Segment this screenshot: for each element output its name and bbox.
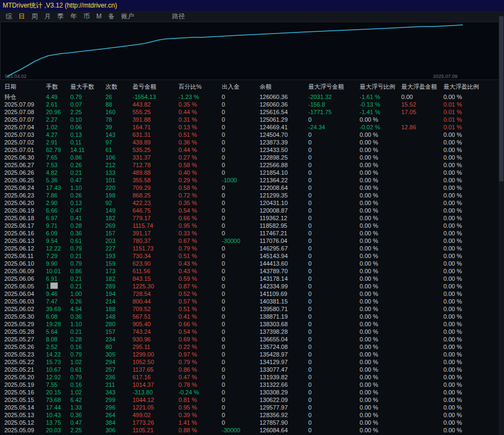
table-row[interactable]: 2025.07.041.020.0639164.710.13 %0124669.… [0,123,504,131]
cell-count: 236 [105,373,132,381]
table-row[interactable]: 2025.07.034.270.13143631.310.51 %0124504… [0,131,504,139]
table-row[interactable]: 2025.05.2314.220.793051299.000.97 %01354… [0,351,504,358]
cell-pnl: 391.17 [132,229,178,237]
table-row[interactable]: 2025.07.072.270.1078391.880.31 %0125061.… [0,116,504,123]
table-row[interactable]: 2025.05.1310.430.36264499.020.39 %012835… [0,411,504,419]
menu-item-quarterly[interactable]: 季 [57,12,64,21]
cell-max-float-profit [401,305,443,313]
cell-max-float-profit-pct: 0.00 % [443,161,495,169]
cell-max-lots: 0.06 [70,123,105,131]
table-row[interactable]: 2025.05.2012.920.79236617.160.47 %013193… [0,373,504,381]
table-row[interactable]: 2025.05.306.080.36148567.510.41 %0138871… [0,313,504,320]
menu-item-memo[interactable]: 备 [108,12,115,21]
table-row[interactable]: 2025.06.037.470.26214800.440.57 %0140381… [0,298,504,305]
table-row[interactable]: 持仓4.490.7926-1554.13-1.23 %0126060.36-20… [0,93,504,101]
table-row[interactable]: 2025.06.2417.431.10220709.290.58 %012200… [0,184,504,192]
table-row[interactable]: 2025.05.1620.151.02343-313.80-0.24 %0130… [0,388,504,396]
cell-max-float-loss: 0 [308,343,360,351]
menu-item-path[interactable]: 路径 [172,12,185,21]
cell-count: 280 [105,320,132,328]
cell-pct: 0.79 % [178,358,222,366]
cell-max-float-loss: 0 [308,260,360,267]
cell-count: 296 [105,404,132,411]
cell-date: 2025.07.07 [4,116,46,123]
table-row[interactable]: 2025.06.255.360.47101355.580.29 %-100012… [0,176,504,184]
table-row[interactable]: 2025.07.092.610.0788443.820.35 %0126060.… [0,101,504,108]
cell-date: 2025.05.22 [4,358,46,366]
cell-date: 2025.06.10 [4,260,46,267]
cell-cashflow: 0 [222,169,260,176]
table-row[interactable]: 2025.06.0910.010.86173611.560.43 %014378… [0,267,504,275]
table-row[interactable]: 2025.06.1212.220.792271151.730.79 %01462… [0,245,504,252]
cell-max-float-profit-pct: 0.00 % [443,373,495,381]
menu-item-daily[interactable]: 日 [18,12,25,21]
table-row[interactable]: 2025.06.277.530.26212712.780.58 %0122566… [0,161,504,169]
menu-item-monthly[interactable]: 月 [44,12,51,21]
cell-lots: 7.86 [46,192,70,199]
table-row[interactable]: 2025.06.307.650.86106331.370.27 %0122898… [0,154,504,161]
table-row[interactable]: 2025.06.237.860.26198868.250.72 %0121299… [0,192,504,199]
table-row[interactable]: 2025.06.196.660.47149646.750.54 %0120008… [0,207,504,214]
cell-pct: 0.86 % [178,366,222,373]
table-row[interactable]: 2025.07.0820.962.25160555.250.44 %012561… [0,108,504,116]
table-row[interactable]: 2025.06.179.710.282691115.740.95 %011858… [0,222,504,229]
cell-max-float-profit-pct: 0.00 % [443,199,495,207]
cell-max-float-profit [401,139,443,146]
column-header-balance: 余额 [260,83,308,91]
scrollbar-thumb[interactable] [499,16,503,181]
table-row[interactable]: 2025.06.049.461.00194728.540.52 %0141109… [0,290,504,298]
cell-max-float-profit [401,343,443,351]
menu-item-weekly[interactable]: 周 [31,12,38,21]
table-row[interactable]: 2025.05.278.080.28234930.960.69 %0136655… [0,335,504,343]
cell-date: 2025.06.20 [4,199,46,207]
table-row[interactable]: 2025.05.2110.670.612571137.650.86 %01330… [0,366,504,373]
menu-item-account[interactable]: 账户 [121,12,134,21]
menu-item-m[interactable]: M [96,12,102,20]
menu-item-summary[interactable]: 综 [5,12,12,21]
table-row[interactable]: 2025.05.2919.281.10280905.400.66 %013830… [0,320,504,328]
cell-lots: 6.08 [46,313,70,320]
table-row[interactable]: 2025.06.109.900.79159623.900.43 %0144413… [0,260,504,267]
menu-item-currency[interactable]: 币 [83,12,90,21]
table-row[interactable]: 2025.05.1573.686.422991044.120.81 %01306… [0,396,504,404]
table-row[interactable]: 2025.05.1417.441.332961221.050.95 %01295… [0,404,504,411]
cell-count: 264 [105,411,132,419]
cell-max-float-profit [401,328,443,335]
table-row[interactable]: 2025.06.0510.212891225.300.87 %0142334.9… [0,282,504,290]
cell-cashflow: 0 [222,192,260,199]
cell-max-float-profit-pct: 0.00 % [443,169,495,176]
menu-item-yearly[interactable]: 年 [70,12,77,21]
table-row[interactable]: 2025.05.262.520.1680295.110.22 %0135724.… [0,343,504,351]
table-row[interactable]: 2025.06.264.820.21133489.880.40 %0121854… [0,169,504,176]
cell-cashflow: 0 [222,404,260,411]
cell-pct: 0.33 % [178,229,222,237]
cell-balance: 119362.12 [260,214,308,222]
table-row[interactable]: 2025.05.285.640.21157743.240.54 %0137398… [0,328,504,335]
table-row[interactable]: 2025.06.066.910.21182843.150.59 %0143178… [0,275,504,282]
table-row[interactable]: 2025.06.139.540.61203780.370.67 %-300001… [0,237,504,245]
cell-max-float-loss: 0 [308,222,360,229]
cell-pnl: 295.11 [132,343,178,351]
table-row[interactable]: 2025.05.2215.731.022941052.500.79 %01341… [0,358,504,366]
cell-max-float-profit [401,358,443,366]
table-row[interactable]: 2025.05.1213.750.473841773.261.41 %01278… [0,419,504,426]
table-row[interactable]: 2025.07.022.910.1197439.890.36 %0123873.… [0,139,504,146]
cell-count: 194 [105,290,132,298]
cell-max-float-profit-pct: 0.00 % [443,426,495,434]
table-row[interactable]: 2025.07.0162.7914.1161535.250.44 %012343… [0,146,504,154]
vertical-scrollbar[interactable] [499,11,504,435]
cell-pct: 1.41 % [178,419,222,426]
cell-lots: 17.43 [46,184,70,192]
table-row[interactable]: 2025.06.202.900.1392422.230.35 %0120431.… [0,199,504,207]
table-row[interactable]: 2025.05.197.550.162111014.370.78 %013132… [0,381,504,388]
table-row[interactable]: 2025.05.0920.032.253061105.210.88 %-3000… [0,426,504,434]
table-row[interactable]: 2025.06.0239.694.94188709.520.51 %013958… [0,305,504,313]
table-row[interactable]: 2025.06.166.090.36157391.170.33 %0117467… [0,229,504,237]
cell-max-lots: 0.10 [70,116,105,123]
cell-count: 92 [105,199,132,207]
title-bar[interactable]: MTDriver统计 ,V3.12 (http://mtdriver.cn) [0,0,504,11]
table-row[interactable]: 2025.06.186.970.41182779.170.66 %0119362… [0,214,504,222]
cell-max-float-loss-pct: -0.13 % [360,101,401,108]
cell-max-lots: 6.42 [70,396,105,404]
table-row[interactable]: 2025.06.117.290.21193730.340.51 %0145143… [0,252,504,260]
